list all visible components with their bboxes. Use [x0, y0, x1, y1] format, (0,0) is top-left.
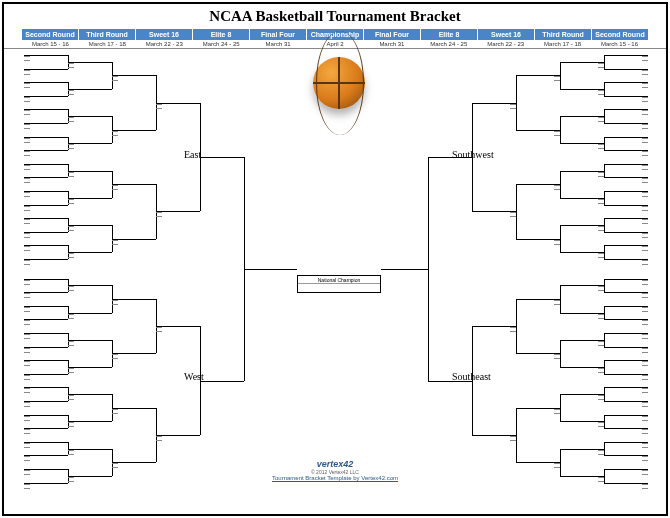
seed-slot[interactable] [68, 117, 74, 122]
seed-slot[interactable] [554, 354, 560, 359]
seed-slot[interactable] [24, 470, 30, 475]
seed-slot[interactable] [642, 97, 648, 102]
seed-slot[interactable] [554, 463, 560, 468]
seed-slot[interactable] [642, 165, 648, 170]
seed-slot[interactable] [112, 300, 118, 305]
seed-slot[interactable] [598, 90, 604, 95]
seed-slot[interactable] [24, 260, 30, 265]
seed-slot[interactable] [24, 206, 30, 211]
seed-slot[interactable] [68, 286, 74, 291]
seed-slot[interactable] [598, 172, 604, 177]
seed-slot[interactable] [598, 286, 604, 291]
seed-slot[interactable] [554, 240, 560, 245]
seed-slot[interactable] [642, 178, 648, 183]
seed-slot[interactable] [554, 300, 560, 305]
seed-slot[interactable] [68, 341, 74, 346]
seed-slot[interactable] [642, 280, 648, 285]
seed-slot[interactable] [642, 484, 648, 489]
seed-slot[interactable] [24, 375, 30, 380]
seed-slot[interactable] [24, 83, 30, 88]
seed-slot[interactable] [598, 144, 604, 149]
seed-slot[interactable] [68, 422, 74, 427]
seed-slot[interactable] [642, 293, 648, 298]
seed-slot[interactable] [68, 477, 74, 482]
seed-slot[interactable] [642, 124, 648, 129]
seed-slot[interactable] [642, 56, 648, 61]
seed-slot[interactable] [112, 240, 118, 245]
seed-slot[interactable] [598, 117, 604, 122]
seed-slot[interactable] [642, 320, 648, 325]
champion-slot[interactable]: National Champion [297, 275, 381, 293]
seed-slot[interactable] [68, 368, 74, 373]
seed-slot[interactable] [156, 212, 162, 217]
seed-slot[interactable] [642, 219, 648, 224]
seed-slot[interactable] [156, 104, 162, 109]
seed-slot[interactable] [24, 246, 30, 251]
seed-slot[interactable] [642, 192, 648, 197]
seed-slot[interactable] [598, 63, 604, 68]
seed-slot[interactable] [24, 97, 30, 102]
seed-slot[interactable] [510, 436, 516, 441]
seed-slot[interactable] [112, 354, 118, 359]
seed-slot[interactable] [24, 429, 30, 434]
seed-slot[interactable] [68, 90, 74, 95]
seed-slot[interactable] [68, 63, 74, 68]
seed-slot[interactable] [598, 199, 604, 204]
seed-slot[interactable] [598, 368, 604, 373]
seed-slot[interactable] [68, 144, 74, 149]
seed-slot[interactable] [642, 361, 648, 366]
seed-slot[interactable] [642, 233, 648, 238]
seed-slot[interactable] [24, 178, 30, 183]
seed-slot[interactable] [598, 314, 604, 319]
seed-slot[interactable] [598, 226, 604, 231]
seed-slot[interactable] [24, 388, 30, 393]
seed-slot[interactable] [24, 361, 30, 366]
seed-slot[interactable] [642, 334, 648, 339]
seed-slot[interactable] [24, 138, 30, 143]
seed-slot[interactable] [642, 83, 648, 88]
seed-slot[interactable] [598, 477, 604, 482]
seed-slot[interactable] [112, 463, 118, 468]
seed-slot[interactable] [510, 104, 516, 109]
seed-slot[interactable] [68, 314, 74, 319]
seed-slot[interactable] [642, 470, 648, 475]
seed-slot[interactable] [554, 185, 560, 190]
seed-slot[interactable] [112, 76, 118, 81]
seed-slot[interactable] [68, 450, 74, 455]
seed-slot[interactable] [68, 226, 74, 231]
seed-slot[interactable] [24, 124, 30, 129]
seed-slot[interactable] [642, 70, 648, 75]
seed-slot[interactable] [24, 348, 30, 353]
seed-slot[interactable] [24, 443, 30, 448]
seed-slot[interactable] [24, 334, 30, 339]
seed-slot[interactable] [68, 199, 74, 204]
seed-slot[interactable] [598, 422, 604, 427]
seed-slot[interactable] [24, 70, 30, 75]
seed-slot[interactable] [598, 450, 604, 455]
seed-slot[interactable] [112, 409, 118, 414]
seed-slot[interactable] [598, 341, 604, 346]
seed-slot[interactable] [642, 348, 648, 353]
seed-slot[interactable] [24, 484, 30, 489]
seed-slot[interactable] [112, 185, 118, 190]
seed-slot[interactable] [24, 165, 30, 170]
seed-slot[interactable] [68, 172, 74, 177]
seed-slot[interactable] [24, 416, 30, 421]
seed-slot[interactable] [642, 456, 648, 461]
seed-slot[interactable] [598, 395, 604, 400]
seed-slot[interactable] [24, 233, 30, 238]
seed-slot[interactable] [642, 110, 648, 115]
seed-slot[interactable] [598, 253, 604, 258]
seed-slot[interactable] [642, 307, 648, 312]
seed-slot[interactable] [510, 327, 516, 332]
seed-slot[interactable] [642, 416, 648, 421]
seed-slot[interactable] [112, 131, 118, 136]
seed-slot[interactable] [24, 293, 30, 298]
seed-slot[interactable] [24, 456, 30, 461]
seed-slot[interactable] [24, 110, 30, 115]
seed-slot[interactable] [68, 395, 74, 400]
seed-slot[interactable] [24, 280, 30, 285]
seed-slot[interactable] [24, 56, 30, 61]
seed-slot[interactable] [24, 151, 30, 156]
seed-slot[interactable] [68, 253, 74, 258]
